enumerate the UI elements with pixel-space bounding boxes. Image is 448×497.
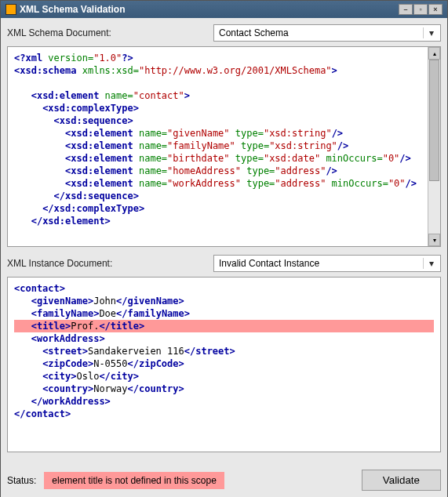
instance-dropdown-value: Invalid Contact Instance [219, 258, 319, 269]
instance-code[interactable]: <contact> <givenName>John</givenName> <f… [8, 278, 440, 452]
chevron-down-icon: ▾ [423, 27, 435, 38]
status-label: Status: [7, 475, 36, 486]
maximize-button[interactable]: ▫ [413, 4, 428, 15]
scroll-up-icon[interactable]: ▴ [428, 47, 440, 60]
validate-button[interactable]: Validate [362, 470, 441, 491]
schema-label: XML Schema Document: [7, 27, 111, 38]
schema-scrollbar[interactable]: ▴ ▾ [428, 47, 440, 246]
schema-dropdown-value: Contact Schema [219, 27, 289, 38]
scroll-down-icon[interactable]: ▾ [428, 234, 440, 246]
chevron-down-icon: ▾ [423, 258, 435, 269]
close-button[interactable]: × [428, 4, 443, 15]
instance-label: XML Instance Document: [7, 258, 112, 269]
app-icon [5, 4, 16, 15]
titlebar: XML Schema Validation – ▫ × [1, 1, 447, 18]
schema-code[interactable]: <?xml version="1.0"?> <xsd:schema xmlns:… [8, 47, 428, 246]
window-title: XML Schema Validation [20, 4, 125, 15]
app-window: XML Schema Validation – ▫ × XML Schema D… [0, 0, 448, 497]
error-line: <title>Prof.</title> [14, 320, 434, 332]
instance-panel: <contact> <givenName>John</givenName> <f… [7, 277, 441, 452]
instance-dropdown[interactable]: Invalid Contact Instance ▾ [213, 255, 441, 272]
schema-dropdown[interactable]: Contact Schema ▾ [213, 24, 441, 42]
status-message: element title is not defined in this sco… [44, 472, 224, 489]
minimize-button[interactable]: – [399, 4, 413, 15]
schema-panel: <?xml version="1.0"?> <xsd:schema xmlns:… [7, 46, 441, 247]
